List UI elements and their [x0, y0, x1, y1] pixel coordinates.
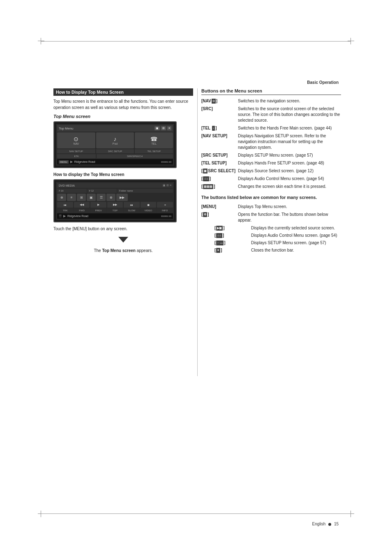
track-info2: # 12	[88, 189, 117, 193]
src-setup-btn: SRC SETUP	[96, 149, 134, 153]
pod-btn-label: Pod	[97, 142, 134, 145]
dvd-label: DVD MEDIA	[59, 184, 75, 187]
src-button-entry: [SRC] Switches to the source control scr…	[201, 106, 341, 123]
number-display: 99999.99	[161, 161, 171, 163]
dvd-icon-6: ⊗	[106, 194, 115, 201]
nav-setup-button-label: [NAV SETUP]	[201, 133, 236, 150]
ctrl-3: ▶	[90, 202, 106, 208]
close-bar-label: [✕]	[214, 247, 249, 253]
setup-sub-entry: [←—] Displays SETUP Menu screen. (page 5…	[201, 240, 341, 246]
reg-mark-br	[348, 511, 354, 517]
footer-line	[41, 513, 351, 514]
nav-icon: ⊙ NAV	[57, 132, 95, 148]
skin-button-label: [▤▤▤]	[201, 184, 236, 190]
function-bar-entry: [⚙] Opens the function bar. The buttons …	[201, 212, 341, 223]
road-text: Ridgeview Road	[74, 160, 161, 163]
bottom-btn-5: SLOW	[124, 208, 140, 213]
audio-ctrl-button-desc: Displays Audio Control Menu screen. (pag…	[238, 176, 324, 182]
src-setup-button-entry: [SRC SETUP] Displays SETUP Menu screen. …	[201, 153, 341, 158]
how-to-title: How to display the Top Menu screen	[53, 172, 193, 177]
number-display-dvd: 99999.99	[161, 215, 171, 217]
appears-text: The Top Menu screen appears.	[53, 248, 193, 253]
function-bar-desc: Opens the function bar. The buttons show…	[238, 212, 341, 223]
dvd-media-screen-mockup: DVD MEDIA ▣ ⊞ ≡ # 16 # 12 Folder name ⊕	[53, 179, 177, 222]
current-src-desc: Displays the currently selected source s…	[251, 225, 335, 231]
dvd-icon-5: ☰	[97, 194, 106, 201]
ctrl-2: ◀◀	[74, 202, 90, 208]
bottom-btn-1: TRK	[57, 208, 73, 213]
src-select-button-label: [▣SRC SELECT]	[201, 168, 236, 174]
ctrl-5: ⏭	[124, 202, 140, 208]
tel-button-label: [TEL ♪]	[201, 125, 236, 131]
nav-button-entry: [NAV⊙] Switches to the navigation screen…	[201, 98, 341, 104]
screen-label: Top Menu screen	[53, 114, 193, 119]
dot-separator	[328, 523, 331, 526]
siri-btn: SIRI/SPEECH	[97, 154, 173, 158]
intro-text: Top Menu screen is the entrance to all t…	[53, 98, 193, 111]
touch-instruction: Touch the [MENU] button on any screen.	[53, 227, 193, 231]
screen-top-label: Top Menu	[59, 127, 73, 130]
src-button-desc: Switches to the source control screen of…	[238, 106, 341, 123]
menu-common-entry: [MENU] Displays Top Menu screen.	[201, 204, 341, 210]
pod-btn: ♪ Pod	[96, 132, 134, 148]
road-text-dvd: Ridgeview Road	[67, 215, 161, 217]
screen-icon-1: ▣	[154, 126, 160, 130]
arrow-down	[118, 237, 128, 243]
nav-setup-button-desc: Displays Navigation SETUP screen. Refer …	[238, 133, 341, 150]
left-column: How to Display Top Menu Screen Top Menu …	[53, 88, 193, 253]
nav-setup-button-entry: [NAV SETUP] Displays Navigation SETUP sc…	[201, 133, 341, 150]
section-header: Basic Operation	[307, 80, 339, 85]
dvd-icon-4: ▣	[87, 194, 96, 201]
skin-button-entry: [▤▤▤] Changes the screen skin each time …	[201, 184, 341, 190]
screen-icon-2: ⊞	[161, 126, 166, 130]
nav-arrow-icon: ▶	[70, 160, 73, 164]
close-bar-desc: Closes the function bar.	[251, 247, 294, 253]
right-box-title: Buttons on the Menu screen	[201, 88, 341, 95]
track-info: # 16	[57, 189, 87, 193]
skin-button-desc: Changes the screen skin each time it is …	[238, 184, 326, 190]
src-select-button-entry: [▣SRC SELECT] Displays Source Select scr…	[201, 168, 341, 174]
page-number: 15	[334, 522, 339, 526]
bottom-btn-4: TOP	[107, 208, 123, 213]
src-setup-button-desc: Displays SETUP Menu screen. (page 57)	[238, 153, 313, 158]
top-menu-screen-mockup: Top Menu ▣ ⊞ ≡ ⊙ NAV ♪ Pod	[53, 121, 177, 168]
reg-mark-bl	[38, 511, 44, 517]
tel-setup-button-label: [TEL SETUP]	[201, 160, 236, 166]
setup-sub-label: [←—]	[214, 240, 249, 246]
current-src-entry: [▶▣] Displays the currently selected sou…	[201, 225, 341, 231]
header-line	[41, 41, 351, 42]
bottom-btn-6: VIDEO	[140, 208, 156, 213]
folder-name: Folder name	[118, 189, 173, 193]
nav-button-desc: Switches to the navigation screen.	[238, 98, 300, 104]
src-select-button-desc: Displays Source Select screen. (page 12)	[238, 168, 314, 174]
dvd-icon-1: ⊕	[57, 194, 66, 201]
tel-setup-btn: TEL SETUP	[135, 149, 173, 153]
tel-setup-button-desc: Displays Hands Free SETUP screen. (page …	[238, 160, 324, 166]
dvd-icon-2: ≡	[67, 194, 76, 201]
eta-btn: ETA	[57, 154, 96, 158]
language-label: English	[312, 522, 326, 526]
right-column: Buttons on the Menu screen [NAV⊙] Switch…	[201, 88, 341, 255]
current-src-label: [▶▣]	[214, 225, 249, 231]
tel-button-desc: Switches to the Hands Free Main screen. …	[238, 125, 332, 131]
nav-arrow-dvd: ▶	[63, 214, 66, 218]
menu-status-btn: MENU	[59, 160, 69, 164]
audio-sub-desc: Displays Audio Control Menu screen. (pag…	[251, 233, 337, 238]
ctrl-4: ▶▶	[107, 202, 123, 208]
page-container: Basic Operation How to Display Top Menu …	[0, 0, 392, 555]
ctrl-7: ≡	[157, 202, 173, 208]
audio-ctrl-button-label: [♫♫]	[201, 176, 236, 182]
nav-setup-btn: NAV SETUP	[57, 149, 95, 153]
bottom-btn-3: PREV	[90, 208, 106, 213]
close-bar-entry: [✕] Closes the function bar.	[201, 247, 341, 253]
left-box-title: How to Display Top Menu Screen	[53, 88, 193, 96]
nav-button-label: [NAV⊙]	[201, 98, 236, 104]
menu-icon-dvd: ☰	[59, 214, 62, 218]
bottom-btn-7: INFO	[157, 208, 173, 213]
menu-common-label: [MENU]	[201, 204, 236, 210]
dvd-icon-3: ⊞	[77, 194, 86, 201]
tel-btn: ☎ TEL	[135, 132, 173, 148]
screen-icon-3: ≡	[167, 126, 171, 130]
ctrl-6: ⏹	[141, 202, 157, 208]
src-button-label: [SRC]	[201, 106, 236, 123]
